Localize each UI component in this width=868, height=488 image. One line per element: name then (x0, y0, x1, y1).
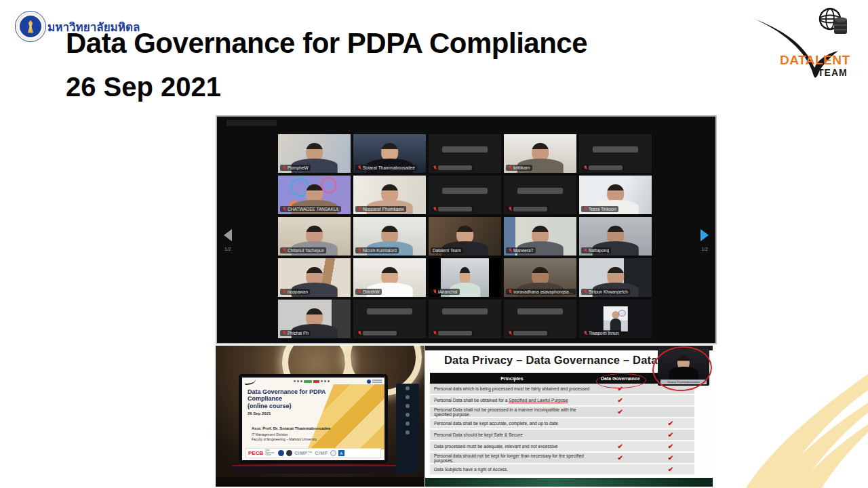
participant-name: PornpheW (288, 165, 309, 170)
datalent-wordmark: DATALENT (780, 53, 850, 68)
participant-name: Tiwaporn Innun (589, 331, 619, 336)
mahidol-emblem-icon (26, 20, 35, 33)
participant-tile[interactable]: Tiwaporn Innun (579, 300, 652, 338)
quality-check: ✔ (647, 432, 694, 439)
datalent-team-wordmark: TEAM (818, 67, 848, 78)
participant-tile-camera-off[interactable] (579, 134, 652, 173)
participant-grid: PornpheW Sotarat Thammaboosadee krittika… (278, 134, 652, 338)
laptop-photo: Data Governance for PDPA Compliance (onl… (216, 346, 425, 487)
principle-text: Data Subjects have a right of Access. (430, 467, 594, 472)
table-row: Data processed must be adequate, relevan… (430, 441, 694, 453)
laptop-screen: Data Governance for PDPA Compliance (onl… (239, 374, 388, 464)
next-page-arrow-icon[interactable] (701, 229, 709, 241)
mic-muted-icon (508, 165, 512, 170)
participant-tile[interactable]: iAnanchai (429, 258, 501, 297)
redacted-name-bar (438, 165, 472, 170)
participant-tile[interactable]: krittikarn (504, 134, 576, 173)
participant-name: Chitanut Tachepun (288, 248, 324, 253)
mahidol-emblem-circle (20, 16, 41, 37)
participant-name: iAnanchai (438, 289, 458, 294)
cdmp-logo (286, 450, 292, 456)
participant-tile-camera-off[interactable] (504, 176, 576, 214)
screenshot-bottom-strip (425, 478, 713, 487)
participant-tile-camera-off[interactable] (353, 300, 426, 338)
principle-text: Personal data shall be kept accurate, co… (430, 421, 594, 426)
mahidol-university-logo (15, 11, 46, 42)
mic-muted-icon (433, 207, 437, 211)
redacted-name-bar (517, 188, 562, 194)
mic-muted-icon (583, 289, 587, 294)
participant-row: Phichai Ph Tiwaporn Innun (278, 300, 652, 338)
meeting-toolbar-icons (257, 380, 366, 383)
participant-row: noppawan SirinthW iAnanchai voravadhana … (278, 258, 652, 297)
redacted-name-bar (442, 188, 487, 194)
page-indicator-right: 1/2 (701, 247, 708, 251)
participant-tile[interactable]: Nopparat Phumkaew (353, 176, 426, 214)
pecb-logo: PECB (248, 450, 263, 456)
datalent-team-logo: DATALENT TEAM (747, 4, 856, 85)
table-row: Personal Data shall be obtained for a Sp… (430, 395, 694, 407)
mic-muted-icon (282, 289, 286, 294)
column-header-governance: Data Governance (594, 376, 647, 381)
certification-circle-logo (330, 450, 336, 456)
mic-muted-icon (282, 165, 286, 170)
mic-muted-icon (433, 331, 437, 336)
redacted-name-bar (438, 331, 472, 336)
participant-tile[interactable]: noppawan (278, 258, 351, 297)
quality-check: ✔ (647, 455, 694, 462)
participant-tile[interactable]: Teera Tinkoon (579, 176, 652, 214)
red-annotation-underline: Specified and Lawful Purpose (509, 398, 568, 403)
principle-text: Personal Data should be kept Safe & Secu… (430, 432, 594, 437)
participant-tile-camera-off[interactable] (429, 176, 501, 214)
participant-tile[interactable]: Nicom Kumtalord (353, 217, 426, 256)
participant-name: Sotarat Thammaboosadee (363, 165, 415, 170)
participant-tile[interactable]: voravadhana asavaphongsavanich (504, 258, 576, 297)
table-row: Personal Data should be kept Safe & Secu… (430, 430, 694, 441)
mic-muted-icon (357, 207, 361, 211)
mahidol-it-management-mini-logo (367, 379, 382, 384)
participant-tile[interactable]: PornpheW (278, 134, 351, 173)
participant-name: Siripun Khwanpetch (589, 289, 628, 294)
governance-check: ✔ (594, 455, 647, 462)
participant-tile[interactable]: Phichai Ph (278, 300, 351, 338)
certification-circle-logo (278, 450, 284, 456)
redacted-name-bar (363, 331, 397, 336)
participant-tile-camera-off[interactable] (429, 134, 501, 173)
participant-tile[interactable]: SirinthW (353, 258, 426, 297)
pecb-subtitle: Data Protection Officer (265, 449, 276, 457)
datalent-mini-logo (245, 378, 256, 385)
slide-title: Data Governance for PDPA Compliance (66, 27, 587, 60)
participant-tile[interactable]: CHATWADEE TANSAKUL (278, 176, 351, 214)
participant-name: krittikarn (513, 165, 530, 170)
whiteboard-logo (618, 310, 625, 317)
participant-tile-active-speaker[interactable]: Datalent Team (429, 217, 501, 256)
side-monitor (396, 384, 419, 473)
governance-check: ✔ (594, 397, 647, 404)
participant-video (603, 306, 627, 331)
participant-name: Nattapong (589, 248, 609, 253)
participant-tile[interactable]: Siripun Khwanpetch (579, 258, 652, 297)
mic-muted-icon (508, 331, 512, 336)
participant-tile[interactable]: ManeeraT (504, 217, 576, 256)
participant-tile-camera-off[interactable] (429, 300, 501, 338)
principle-text: Personal data should not be kept for lon… (430, 453, 594, 463)
redacted-name-bar (517, 308, 562, 314)
participant-tile-camera-off[interactable] (504, 300, 576, 338)
cimp-logo: CIMP (315, 451, 328, 455)
participant-tile[interactable]: Nattapong (579, 217, 652, 256)
participant-tile[interactable]: Sotarat Thammaboosadee (353, 134, 426, 173)
mic-muted-icon (282, 207, 286, 211)
previous-page-arrow-icon[interactable] (224, 229, 232, 241)
table-row: Personal data shall be kept accurate, co… (430, 418, 694, 430)
mic-muted-icon (508, 207, 512, 211)
redacted-name-bar (442, 146, 487, 152)
redacted-name-bar (438, 207, 472, 211)
mic-muted-icon (508, 289, 512, 294)
redacted-name-bar (367, 308, 412, 314)
pdpa-table-screenshot: Data Privacy – Data Governance – Data Qu… (425, 346, 713, 487)
table-row: Personal Data shall not be processed in … (430, 407, 694, 418)
participant-name: Phichai Ph (288, 331, 309, 336)
participant-name: voravadhana asavaphongsavanich (513, 289, 574, 294)
mic-muted-icon (508, 248, 512, 253)
participant-tile[interactable]: Chitanut Tachepun (278, 217, 351, 256)
